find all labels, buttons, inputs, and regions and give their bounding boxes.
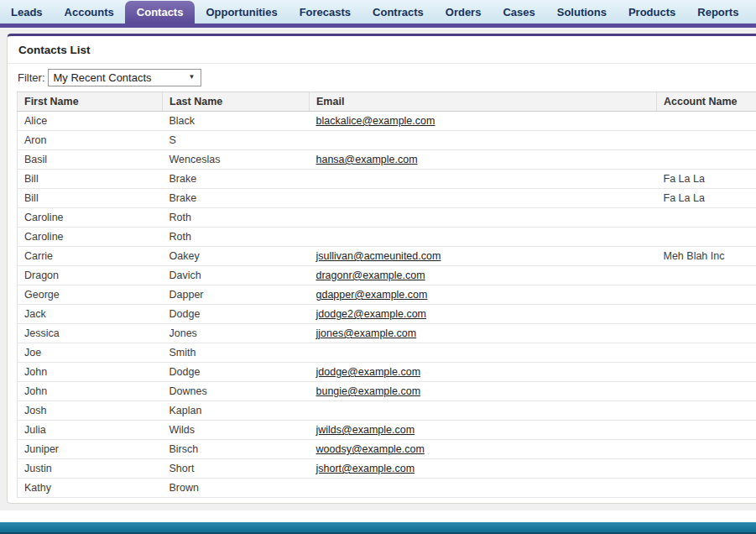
cell-email [310,479,657,498]
cell-first-name: Jessica [18,324,163,343]
tab-dashboards[interactable]: Dashboards [749,1,756,24]
email-link[interactable]: jwilds@example.com [316,424,415,436]
cell-email: jsullivan@acmeunited.com [310,247,657,266]
tab-accounts[interactable]: Accounts [54,1,125,24]
filter-select-wrap: My Recent Contacts ▼ [48,69,201,86]
cell-email: bungie@example.com [310,382,657,401]
table-row: John Dodge jdodge@example.com [18,363,756,382]
cell-last-name: Dodge [163,305,310,324]
cell-last-name: Birsch [163,440,310,459]
cell-first-name: Julia [18,421,163,440]
cell-first-name: John [18,363,163,382]
contacts-table-body: Alice Black blackalice@example.com Aron … [18,112,756,498]
email-link[interactable]: jsullivan@acmeunited.com [316,250,441,262]
cell-last-name: Short [163,459,310,479]
cell-last-name: S [163,131,310,150]
email-link[interactable]: bungie@example.com [316,385,421,397]
contacts-list-card: Contacts List Filter: My Recent Contacts… [7,34,756,504]
cell-email: jjones@example.com [310,324,657,343]
cell-account-name: Meh Blah Inc [657,247,756,266]
table-row: Basil Wenceslas hansa@example.com [18,150,756,170]
email-link[interactable]: jshort@example.com [316,463,415,474]
cell-account-name [657,285,756,305]
filter-row: Filter: My Recent Contacts ▼ [8,64,756,92]
table-row: Caroline Roth [18,228,756,247]
cell-first-name: Josh [18,401,163,421]
cell-last-name: Dodge [163,363,310,382]
table-row: Julia Wilds jwilds@example.com [18,421,756,440]
tab-leads[interactable]: Leads [0,1,54,24]
email-link[interactable]: jjones@example.com [316,327,417,339]
email-link[interactable]: woodsy@example.com [316,443,425,455]
cell-last-name: Brake [163,189,310,208]
cell-email: jshort@example.com [310,459,657,479]
column-header-account-name: Account Name [657,92,756,112]
cell-account-name [657,324,756,343]
contacts-table-header: First Name Last Name Email Account Name [18,92,756,112]
column-header-first-name: First Name [18,92,163,112]
footer-bar [0,522,756,534]
table-row: Jack Dodge jdodge2@example.com [18,305,756,324]
table-row: George Dapper gdapper@example.com [18,285,756,305]
cell-first-name: Dragon [18,266,163,285]
email-link[interactable]: dragonr@example.com [316,270,425,281]
tab-products[interactable]: Products [618,1,686,24]
tab-solutions[interactable]: Solutions [546,1,618,24]
cell-email: woodsy@example.com [310,440,657,459]
tab-cases[interactable]: Cases [492,1,545,24]
cell-first-name: Aron [18,131,163,150]
tab-forecasts[interactable]: Forecasts [289,1,362,24]
cell-first-name: Caroline [18,208,163,228]
email-link[interactable]: jdodge2@example.com [316,308,427,320]
table-row: Kathy Brown [18,479,756,498]
cell-email: gdapper@example.com [310,285,657,305]
tab-opportunities[interactable]: Opportunities [195,1,288,24]
cell-account-name [657,479,756,498]
cell-first-name: George [18,285,163,305]
table-row: Aron S [18,131,756,150]
cell-first-name: Caroline [18,228,163,247]
cell-last-name: Wenceslas [163,150,310,170]
email-link[interactable]: jdodge@example.com [316,366,421,378]
cell-last-name: Roth [163,228,310,247]
top-nav-tab-bar: LeadsAccountsContactsOpportunitiesForeca… [0,0,756,24]
tab-contacts[interactable]: Contacts [125,1,196,24]
email-link[interactable]: hansa@example.com [316,154,418,165]
table-row: Bill Brake Fa La La [18,170,756,189]
cell-account-name [657,150,756,170]
cell-email [310,170,657,189]
cell-account-name [657,305,756,324]
table-row: Josh Kaplan [18,401,756,421]
cell-last-name: Brake [163,170,310,189]
cell-email: hansa@example.com [310,150,657,170]
cell-account-name [657,208,756,228]
cell-first-name: Juniper [18,440,163,459]
cell-email: blackalice@example.com [310,112,657,131]
cell-last-name: Black [163,112,310,131]
tab-contracts[interactable]: Contracts [362,1,435,24]
cell-email [310,343,657,363]
cell-first-name: Carrie [18,247,163,266]
tab-reports[interactable]: Reports [686,1,749,24]
email-link[interactable]: blackalice@example.com [316,115,435,127]
cell-account-name [657,112,756,131]
tab-orders[interactable]: Orders [435,1,493,24]
main-content-area: Contacts List Filter: My Recent Contacts… [0,28,756,510]
cell-account-name [657,131,756,150]
table-row: Dragon Davich dragonr@example.com [18,266,756,285]
cell-last-name: Jones [163,324,310,343]
table-row: Bill Brake Fa La La [18,189,756,208]
cell-account-name [657,363,756,382]
cell-first-name: Joe [18,343,163,363]
cell-account-name [657,382,756,401]
table-row: Joe Smith [18,343,756,363]
cell-last-name: Wilds [163,421,310,440]
table-row: Carrie Oakey jsullivan@acmeunited.com Me… [18,247,756,266]
cell-last-name: Roth [163,208,310,228]
cell-first-name: Kathy [18,479,163,498]
table-row: John Downes bungie@example.com [18,382,756,401]
cell-account-name [657,266,756,285]
cell-email: jwilds@example.com [310,421,657,440]
filter-select[interactable]: My Recent Contacts [48,69,201,86]
email-link[interactable]: gdapper@example.com [316,289,428,301]
